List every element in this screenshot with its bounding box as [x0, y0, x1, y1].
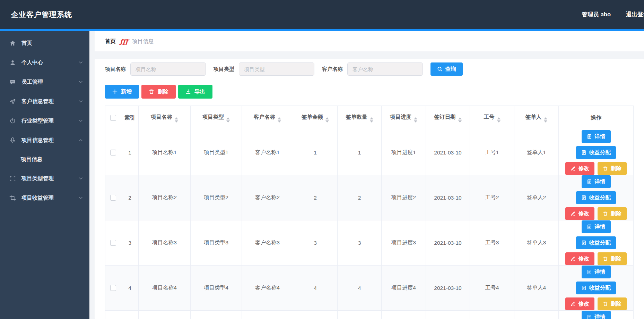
sort-icon[interactable]	[458, 117, 462, 123]
sidebar-item-客户信息管理[interactable]: 客户信息管理	[0, 92, 89, 111]
sort-icon[interactable]	[278, 117, 281, 123]
column-header-worker[interactable]: 工号	[470, 106, 514, 130]
breadcrumb-home-link[interactable]: 首页	[105, 38, 116, 45]
cell-customer: 客户名称2	[242, 175, 293, 220]
cell-index: 2	[121, 175, 139, 220]
cell-progress: 项目进度3	[382, 220, 426, 266]
cell-name: 项目名称2	[139, 175, 191, 220]
sidebar-item-个人中心[interactable]: 个人中心	[0, 53, 89, 72]
cell-signer: 签单人1	[514, 130, 559, 175]
trash-icon	[603, 166, 608, 171]
cell-date: 2021-03-10	[426, 220, 470, 266]
sidebar-item-项目收益管理[interactable]: 项目收益管理	[0, 188, 89, 208]
cell-date: 2021-03-10	[426, 266, 470, 311]
breadcrumb-separator-icon: ƒƒƒ	[120, 38, 128, 45]
cell-quantity: 4	[338, 266, 382, 311]
trash-icon	[603, 256, 608, 261]
edit-button[interactable]: 修改	[565, 297, 594, 310]
column-header-customer[interactable]: 客户名称	[242, 106, 293, 130]
detail-button[interactable]: 详情	[582, 130, 611, 143]
toolbar: 新增 删除	[105, 85, 634, 99]
cell-actions: 详情收益分配修改删除	[559, 220, 634, 266]
detail-button[interactable]: 详情	[582, 220, 611, 233]
user-menu[interactable]: 管理员 abo	[582, 11, 611, 18]
add-button[interactable]: 新增	[105, 85, 139, 99]
cell-name: 项目名称5	[139, 311, 191, 319]
sidebar-item-员工管理[interactable]: 员工管理	[0, 72, 89, 92]
chevron-down-icon	[78, 195, 83, 200]
delete-row-button[interactable]: 删除	[598, 207, 627, 220]
logout-link[interactable]: 退出登录	[626, 11, 644, 18]
column-header-actions: 操作	[559, 106, 634, 130]
row-actions: 详情收益分配修改删除	[559, 130, 633, 175]
edit-button[interactable]: 修改	[565, 162, 594, 175]
profit-share-button[interactable]: 收益分配	[576, 282, 616, 294]
main-content: 首页 ƒƒƒ 项目信息 项目名称项目类型客户名称 查询	[89, 31, 644, 319]
plus-icon	[112, 89, 118, 94]
sort-icon[interactable]	[414, 117, 417, 123]
delete-row-button[interactable]: 删除	[598, 162, 627, 175]
sidebar-item-label: 客户信息管理	[21, 98, 78, 105]
cell-date: 2021-03-10	[426, 130, 470, 175]
top-navbar: 企业客户管理系统 管理员 abo 退出登录	[0, 0, 644, 29]
row-checkbox[interactable]	[110, 240, 116, 246]
cell-progress: 项目进度1	[382, 130, 426, 175]
column-header-amount[interactable]: 签单金额	[293, 106, 338, 130]
select-all-checkbox[interactable]	[110, 115, 116, 121]
project-name-input[interactable]	[130, 62, 206, 76]
sort-icon[interactable]	[175, 117, 178, 123]
search-button[interactable]: 查询	[430, 62, 463, 76]
row-checkbox[interactable]	[110, 195, 116, 201]
chevron-down-icon	[78, 176, 83, 181]
pen-icon	[571, 301, 576, 307]
table-header-row: 索引项目名称项目类型客户名称签单金额签单数量项目进度签订日期工号签单人操作	[105, 106, 634, 130]
column-header-quantity[interactable]: 签单数量	[338, 106, 382, 130]
row-actions: 详情收益分配修改删除	[559, 311, 633, 319]
cell-worker: 工号1	[470, 130, 514, 175]
column-header-type[interactable]: 项目类型	[191, 106, 242, 130]
profit-share-button[interactable]: 收益分配	[576, 191, 616, 204]
profit-share-button[interactable]: 收益分配	[576, 146, 616, 159]
sort-icon[interactable]	[325, 117, 329, 123]
export-button[interactable]: 导出	[178, 85, 212, 99]
sidebar-item-首页[interactable]: 首页	[0, 33, 89, 53]
cell-index: 3	[121, 220, 139, 266]
profit-share-button[interactable]: 收益分配	[576, 236, 616, 249]
edit-button[interactable]: 修改	[565, 252, 594, 265]
delete-button[interactable]: 删除	[141, 85, 176, 99]
column-header-signer[interactable]: 签单人	[514, 106, 559, 130]
accent-strip	[0, 29, 644, 31]
sort-icon[interactable]	[544, 117, 547, 123]
sidebar-item-项目信息管理[interactable]: 项目信息管理	[0, 131, 89, 150]
cell-customer: 客户名称4	[242, 266, 293, 311]
sort-icon[interactable]	[226, 117, 230, 123]
column-header-progress[interactable]: 项目进度	[382, 106, 426, 130]
delete-row-button[interactable]: 删除	[598, 252, 627, 265]
project-type-input[interactable]	[239, 62, 314, 76]
breadcrumb: 首页 ƒƒƒ 项目信息	[95, 31, 644, 51]
sidebar-item-行业类型管理[interactable]: 行业类型管理	[0, 111, 89, 131]
pen-icon	[571, 166, 576, 171]
cell-actions: 详情收益分配修改删除	[559, 266, 634, 311]
edit-button[interactable]: 修改	[565, 207, 594, 220]
row-actions: 详情收益分配修改删除	[559, 220, 633, 265]
chat-icon	[9, 78, 16, 86]
sidebar-item-项目类型管理[interactable]: 项目类型管理	[0, 169, 89, 188]
detail-button[interactable]: 详情	[582, 266, 611, 278]
delete-row-button[interactable]: 删除	[598, 297, 627, 310]
table-row: 1项目名称1项目类型1客户名称111项目进度12021-03-10工号1签单人1…	[105, 130, 634, 175]
detail-button[interactable]: 详情	[582, 175, 611, 188]
column-header-name[interactable]: 项目名称	[139, 106, 191, 130]
sort-icon[interactable]	[497, 117, 501, 123]
cell-amount: 3	[293, 220, 338, 266]
detail-button[interactable]: 详情	[582, 311, 611, 319]
cell-customer: 客户名称3	[242, 220, 293, 266]
row-actions: 详情收益分配修改删除	[559, 266, 633, 310]
sidebar-subitem-项目信息[interactable]: 项目信息	[0, 150, 89, 169]
trash-icon	[149, 89, 154, 94]
column-header-date[interactable]: 签订日期	[426, 106, 470, 130]
row-checkbox[interactable]	[110, 285, 116, 291]
row-checkbox[interactable]	[110, 150, 116, 156]
customer-name-input[interactable]	[347, 62, 423, 76]
sort-icon[interactable]	[370, 117, 373, 123]
